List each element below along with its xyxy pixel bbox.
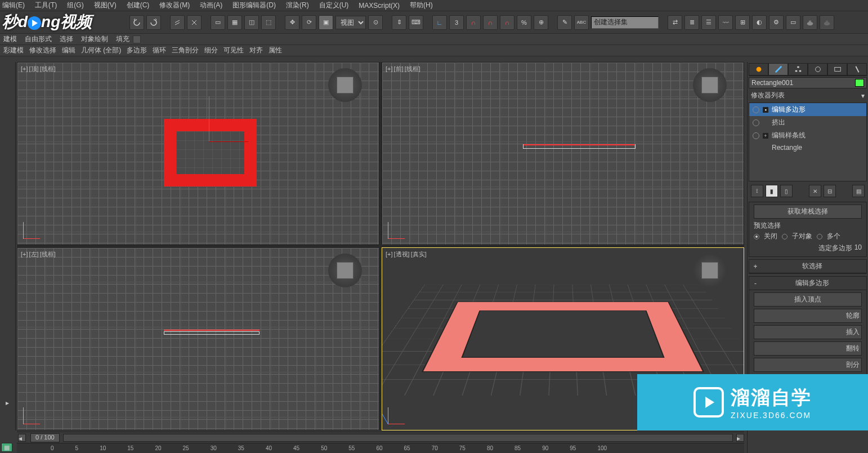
show-end-result-button[interactable]: ▮ (766, 185, 778, 197)
panel-vis[interactable]: 可见性 (223, 46, 244, 55)
menu-edit[interactable]: 编辑(E) (2, 1, 25, 10)
insert-vertex-button[interactable]: 插入顶点 (754, 292, 862, 307)
viewport-front[interactable]: [+][前][线框] (382, 62, 744, 245)
object-rectangle[interactable] (164, 119, 257, 186)
render-prod-button[interactable] (820, 15, 834, 30)
keyboard-shortcut-button[interactable]: ⌨ (409, 15, 423, 30)
select-object-button[interactable]: ▭ (211, 15, 225, 30)
tab-modify[interactable] (768, 63, 788, 76)
render-frame-button[interactable]: ▭ (786, 15, 800, 30)
get-stack-selection-button[interactable]: 获取堆栈选择 (754, 205, 862, 219)
panel-edit[interactable]: 编辑 (62, 46, 75, 55)
remove-mod-button[interactable]: ✕ (809, 185, 821, 197)
menu-modifiers[interactable]: 修改器(M) (159, 1, 190, 10)
ribbon-objpaint[interactable]: 对象绘制 (81, 34, 108, 44)
object-name-field[interactable]: Rectangle001 (749, 77, 867, 88)
rollout-editpoly-header[interactable]: -编辑多边形 (749, 277, 866, 290)
tab-create[interactable] (749, 63, 768, 76)
make-unique-button[interactable]: ▯ (780, 185, 793, 197)
ribbon-select[interactable]: 选择 (60, 34, 73, 44)
viewport-top[interactable]: [+][顶][线框] (17, 62, 379, 245)
flip-button[interactable]: 翻转 (754, 341, 862, 356)
menu-group[interactable]: 组(G) (67, 1, 83, 10)
timeline-grip[interactable]: ◂ (18, 434, 26, 442)
menu-animation[interactable]: 动画(A) (200, 1, 222, 10)
panel-subdiv[interactable]: 细分 (204, 46, 218, 55)
timeline-track[interactable] (63, 434, 733, 442)
viewport-layout-button[interactable]: ▦ (1, 443, 12, 452)
render-setup-button[interactable]: ⚙ (769, 15, 784, 30)
window-crossing-button[interactable]: ⬚ (261, 15, 276, 30)
menu-customize[interactable]: 自定义(U) (319, 1, 349, 10)
other-button[interactable]: 剖分 (754, 358, 862, 372)
menu-graph-editors[interactable]: 图形编辑器(D) (232, 1, 276, 10)
align-button[interactable]: ≣ (684, 15, 699, 30)
object-color-swatch[interactable] (855, 79, 864, 87)
tab-display[interactable] (827, 63, 847, 76)
timeline-grip-right[interactable]: ▸ (736, 434, 744, 442)
ribbon-expand-button[interactable] (133, 35, 141, 43)
snap3-button[interactable]: ∩ (483, 15, 498, 30)
timeline[interactable]: ◂ 0 / 100 ▸ (17, 432, 744, 443)
menu-views[interactable]: 视图(V) (94, 1, 117, 10)
mod-editspline[interactable]: +编辑样条线 (749, 129, 866, 142)
selection-set-input[interactable] (591, 16, 659, 29)
menu-rendering[interactable]: 渲染(R) (286, 1, 309, 10)
mod-extrude[interactable]: 挤出 (749, 116, 866, 129)
visibility-icon[interactable] (753, 132, 759, 139)
frame-indicator[interactable]: 0 / 100 (30, 433, 60, 442)
undo-button[interactable] (129, 15, 144, 30)
ribbon-fill[interactable]: 填充 (116, 34, 129, 44)
panel-poly[interactable]: 多边形 (127, 46, 147, 55)
viewport-top-label[interactable]: [+][顶][线框] (21, 65, 57, 73)
panel-loop[interactable]: 循环 (153, 46, 166, 55)
expand-icon[interactable]: + (763, 133, 768, 139)
layers-button[interactable]: ☰ (701, 15, 716, 30)
configure-button[interactable]: ⊟ (824, 185, 836, 197)
render-button[interactable] (803, 15, 817, 30)
menu-help[interactable]: 帮助(H) (410, 1, 433, 10)
ribbon-modeling[interactable]: 建模 (3, 34, 17, 44)
redo-button[interactable] (146, 15, 161, 30)
viewport-front-label[interactable]: [+][前][线框] (386, 65, 422, 73)
link-button[interactable] (170, 15, 185, 30)
ribbon-freeform[interactable]: 自由形式 (25, 34, 52, 44)
radio-subobj[interactable] (782, 234, 788, 239)
panel-prop[interactable]: 属性 (269, 46, 282, 55)
pin-stack-button[interactable]: ⟟ (751, 185, 763, 197)
object-rectangle-3d[interactable] (422, 301, 704, 372)
radio-multi[interactable] (817, 234, 822, 239)
sets-button[interactable]: ▤ (852, 185, 865, 197)
spinner-snap-button[interactable]: ⊕ (534, 15, 548, 30)
modifier-dropdown-button[interactable]: ▾ (861, 92, 865, 100)
select-region-button[interactable]: ◫ (244, 15, 259, 30)
viewport-left[interactable]: [+][左][线框] (17, 247, 379, 430)
tab-hierarchy[interactable] (788, 63, 808, 76)
time-ruler[interactable]: 0510152025303540455055606570758085909510… (17, 443, 744, 453)
viewcube[interactable] (328, 254, 362, 287)
panel-geomall[interactable]: 几何体 (全部) (81, 46, 121, 55)
panel-align[interactable]: 对齐 (249, 46, 263, 55)
outline-button[interactable]: 轮廓 (754, 309, 862, 323)
curve-editor-button[interactable]: 〰 (718, 15, 733, 30)
snap4-button[interactable]: ∩ (500, 15, 514, 30)
menu-tools[interactable]: 工具(T) (35, 1, 57, 10)
viewcube[interactable] (693, 254, 727, 287)
schematic-view-button[interactable]: ⊞ (735, 15, 750, 30)
menu-create[interactable]: 创建(C) (127, 1, 150, 10)
percent-snap-button[interactable]: % (517, 15, 531, 30)
snap-toggle-button[interactable]: ∟ (432, 15, 447, 30)
expand-icon[interactable]: ▪ (763, 107, 768, 113)
menu-maxscript[interactable]: MAXScript(X) (359, 2, 400, 10)
viewcube[interactable] (693, 68, 727, 102)
mod-rectangle[interactable]: Rectangle (749, 142, 866, 153)
tab-motion[interactable] (808, 63, 827, 76)
scale-button[interactable]: ▣ (319, 15, 333, 30)
panel-polymod[interactable]: 彩建模 (3, 46, 24, 55)
snap2-button[interactable]: ∩ (466, 15, 481, 30)
object-profile[interactable] (164, 330, 259, 335)
named-sel-edit-button[interactable]: ✎ (557, 15, 572, 30)
timeline-play-button[interactable]: ▸ (2, 398, 12, 408)
insert-button[interactable]: 插入 (754, 325, 862, 339)
viewport-left-label[interactable]: [+][左][线框] (21, 250, 57, 259)
